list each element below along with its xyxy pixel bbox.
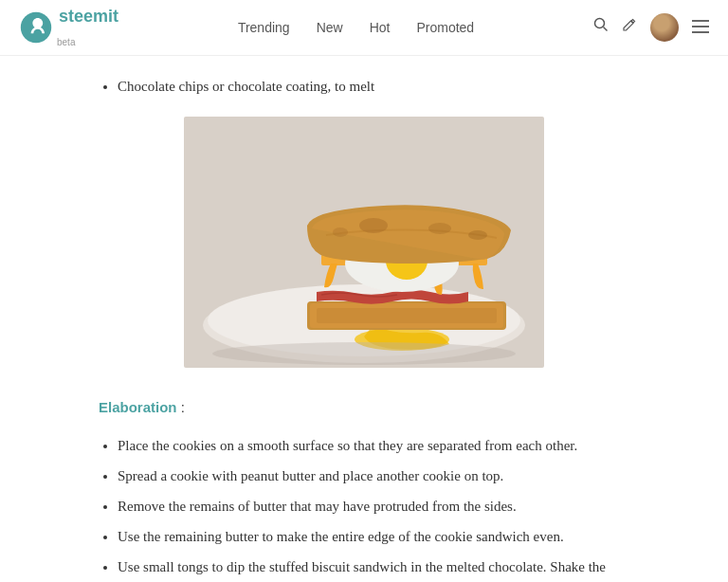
nav-link-new[interactable]: New: [317, 17, 343, 38]
hamburger-menu-icon[interactable]: [692, 14, 709, 42]
avatar[interactable]: [650, 13, 679, 42]
elaboration-colon: :: [177, 399, 185, 415]
svg-point-19: [333, 227, 348, 237]
nav-link-hot[interactable]: Hot: [370, 17, 391, 38]
svg-point-20: [468, 230, 487, 240]
elaboration-heading: Elaboration :: [99, 396, 629, 419]
content-wrapper: Chocolate chips or chocolate coating, to…: [70, 56, 658, 582]
step-item: Place the cookies on a smooth surface so…: [118, 434, 629, 457]
food-image-container: [99, 117, 629, 368]
intro-bullet-item: Chocolate chips or chocolate coating, to…: [118, 75, 629, 98]
logo-wrapper[interactable]: steemit beta: [19, 8, 118, 47]
svg-line-2: [603, 27, 607, 31]
step-item: Use the remaining butter to make the ent…: [118, 525, 629, 548]
search-icon[interactable]: [593, 15, 609, 40]
navbar-left: steemit beta: [19, 8, 118, 47]
logo-beta: beta: [57, 38, 118, 47]
navbar-center: Trending New Hot Promoted: [238, 17, 474, 38]
food-image: [184, 117, 544, 368]
navbar-right: [593, 13, 709, 42]
svg-point-18: [428, 223, 451, 234]
elaboration-label: Elaboration: [99, 399, 177, 415]
steemit-logo-icon: [19, 10, 53, 45]
svg-point-17: [359, 218, 388, 233]
step-item: Spread a cookie with peanut butter and p…: [118, 464, 629, 487]
step-item: Remove the remains of butter that may ha…: [118, 495, 629, 518]
svg-rect-12: [317, 308, 497, 323]
nav-link-promoted[interactable]: Promoted: [416, 17, 474, 38]
logo-text: steemit: [59, 8, 118, 25]
edit-icon[interactable]: [622, 15, 637, 40]
nav-link-trending[interactable]: Trending: [238, 17, 290, 38]
navbar: steemit beta Trending New Hot Promoted: [0, 0, 728, 56]
steps-list: Place the cookies on a smooth surface so…: [99, 434, 629, 582]
svg-point-1: [594, 19, 604, 28]
step-item: Use small tongs to dip the stuffed biscu…: [118, 555, 629, 582]
svg-point-21: [212, 342, 516, 365]
intro-list: Chocolate chips or chocolate coating, to…: [99, 75, 629, 98]
avatar-image: [650, 13, 679, 42]
